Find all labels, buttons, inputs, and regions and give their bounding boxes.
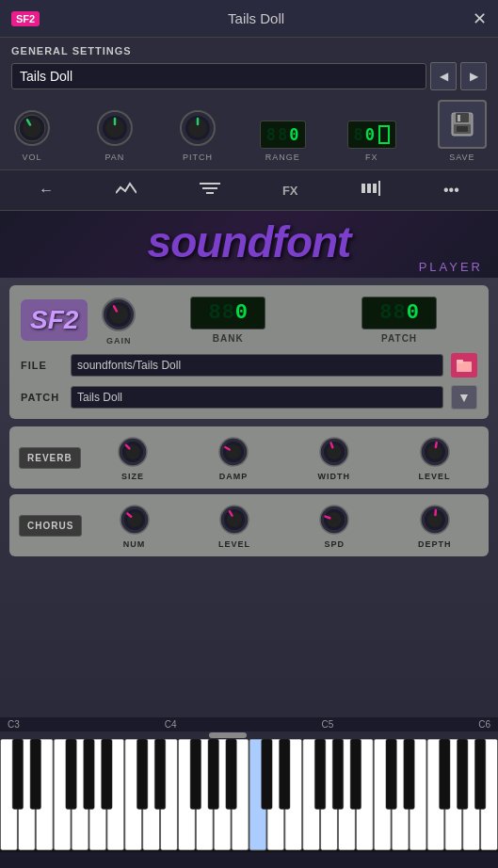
svg-point-41 xyxy=(327,444,342,459)
pan-label: PAN xyxy=(105,153,125,162)
patch-digit2: 8 xyxy=(393,301,405,325)
piano-keys[interactable]: white-keys-generated-in-js xyxy=(0,739,498,852)
svg-rect-17 xyxy=(457,126,468,132)
pitch-label: PITCH xyxy=(183,153,213,162)
patch-display-label: PATCH xyxy=(381,333,417,344)
pan-knob[interactable] xyxy=(94,107,136,149)
prev-preset-button[interactable]: ◀ xyxy=(430,62,457,90)
bank-digit2: 8 xyxy=(222,301,234,325)
piano-scrollbar[interactable] xyxy=(0,731,498,739)
sf2-panel: SF2 GAIN 8 8 0 BANK xyxy=(9,285,489,419)
reverb-level-knob[interactable] xyxy=(417,434,453,470)
svg-rect-108 xyxy=(404,739,414,809)
svg-rect-111 xyxy=(474,739,485,809)
svg-rect-95 xyxy=(84,739,94,809)
chorus-spd-label: SPD xyxy=(325,539,345,549)
gain-label: GAIN xyxy=(106,336,132,346)
svg-rect-102 xyxy=(262,739,272,809)
piano-keyboard-svg[interactable]: white-keys-generated-in-js xyxy=(0,739,498,852)
chorus-num-knob[interactable] xyxy=(117,502,153,538)
save-label: SAVE xyxy=(449,153,474,162)
reverb-width-label: WIDTH xyxy=(318,472,351,481)
svg-rect-98 xyxy=(154,739,165,809)
sf2-logo-text: SF2 xyxy=(30,305,78,335)
patch-row: PATCH ▼ xyxy=(21,385,477,410)
fx-group: 8 0 FX xyxy=(347,121,397,162)
soundfont-title: soundfont xyxy=(15,220,483,264)
patch-dropdown-button[interactable]: ▼ xyxy=(451,385,477,410)
nav-back-button[interactable]: ← xyxy=(31,178,61,202)
svg-rect-99 xyxy=(190,739,201,809)
general-settings-label: GENERAL SETTINGS xyxy=(11,45,487,56)
vol-knob[interactable] xyxy=(11,107,53,149)
next-preset-button[interactable]: ▶ xyxy=(460,62,487,90)
svg-rect-104 xyxy=(314,739,325,809)
piano-area: C3 C4 C5 C6 white-keys-generated-in-js xyxy=(0,717,498,868)
chorus-label[interactable]: CHORUS xyxy=(19,515,82,537)
svg-rect-24 xyxy=(378,181,380,196)
reverb-size-label: SIZE xyxy=(121,472,144,481)
plugin-area: soundfont PLAYER SF2 GAIN 8 xyxy=(0,211,498,717)
svg-rect-100 xyxy=(208,739,218,809)
chorus-depth-label: DEPTH xyxy=(418,539,452,549)
bank-digit1: 8 xyxy=(208,301,220,325)
gain-knob[interactable] xyxy=(99,295,138,334)
svg-rect-96 xyxy=(102,739,112,809)
nav-midi-button[interactable] xyxy=(353,176,389,204)
patch-group: 8 8 0 PATCH xyxy=(321,297,477,344)
chorus-depth-knob[interactable] xyxy=(417,502,453,538)
fx-display: 8 0 xyxy=(347,121,397,149)
chorus-spd-knob[interactable] xyxy=(316,502,352,538)
svg-rect-97 xyxy=(137,739,147,809)
vol-label: VOL xyxy=(22,153,41,162)
nav-env-button[interactable] xyxy=(108,176,144,204)
svg-rect-93 xyxy=(30,739,40,809)
nav-more-button[interactable]: ••• xyxy=(436,178,467,202)
fx-label: FX xyxy=(365,153,378,162)
close-button[interactable]: ✕ xyxy=(473,8,487,29)
bank-digit3: 0 xyxy=(235,301,248,325)
chorus-section: CHORUS NUM LEVEL xyxy=(9,494,489,556)
reverb-section: REVERB SIZE DAMP xyxy=(9,426,489,489)
reverb-level-label: LEVEL xyxy=(419,472,451,481)
file-input[interactable] xyxy=(71,354,443,377)
svg-line-42 xyxy=(330,443,332,448)
bank-label: BANK xyxy=(213,333,244,344)
range-digit3: 0 xyxy=(289,125,298,144)
range-group: 8 8 0 RANGE xyxy=(260,121,306,162)
preset-name-input[interactable] xyxy=(11,63,426,89)
reverb-damp-label: DAMP xyxy=(219,472,249,481)
svg-rect-94 xyxy=(66,739,76,809)
svg-rect-107 xyxy=(386,739,396,809)
reverb-size-knob[interactable] xyxy=(115,434,151,470)
reverb-width-knob[interactable] xyxy=(316,434,352,470)
patch-display: 8 8 0 xyxy=(361,297,437,330)
envelope-icon xyxy=(116,180,137,197)
patch-digit1: 8 xyxy=(379,301,392,325)
svg-point-57 xyxy=(327,512,342,527)
scroll-thumb[interactable] xyxy=(209,732,247,738)
knobs-row: VOL PAN PITCH 8 8 xyxy=(11,100,487,162)
svg-point-3 xyxy=(23,119,41,137)
save-button[interactable] xyxy=(438,100,487,149)
nav-filter-button[interactable] xyxy=(192,176,228,204)
chorus-level-knob[interactable] xyxy=(217,502,252,538)
svg-rect-22 xyxy=(367,184,371,193)
reverb-damp-group: DAMP xyxy=(216,434,251,481)
svg-point-37 xyxy=(226,444,241,459)
file-label: FILE xyxy=(21,360,63,371)
svg-rect-30 xyxy=(457,360,463,363)
file-browse-button[interactable] xyxy=(451,353,477,378)
pan-knob-group: PAN xyxy=(94,107,136,162)
patch-input[interactable] xyxy=(71,386,443,409)
svg-rect-23 xyxy=(373,184,377,193)
save-group: SAVE xyxy=(438,100,487,162)
nav-fx-button[interactable]: FX xyxy=(275,180,306,201)
reverb-label[interactable]: REVERB xyxy=(19,447,81,469)
title-bar: SF2 Tails Doll ✕ xyxy=(0,0,498,38)
reverb-damp-knob[interactable] xyxy=(216,434,251,470)
app-logo: SF2 xyxy=(11,11,40,26)
pitch-knob[interactable] xyxy=(177,107,218,149)
reverb-width-group: WIDTH xyxy=(316,434,352,481)
reverb-level-group: LEVEL xyxy=(417,434,453,481)
